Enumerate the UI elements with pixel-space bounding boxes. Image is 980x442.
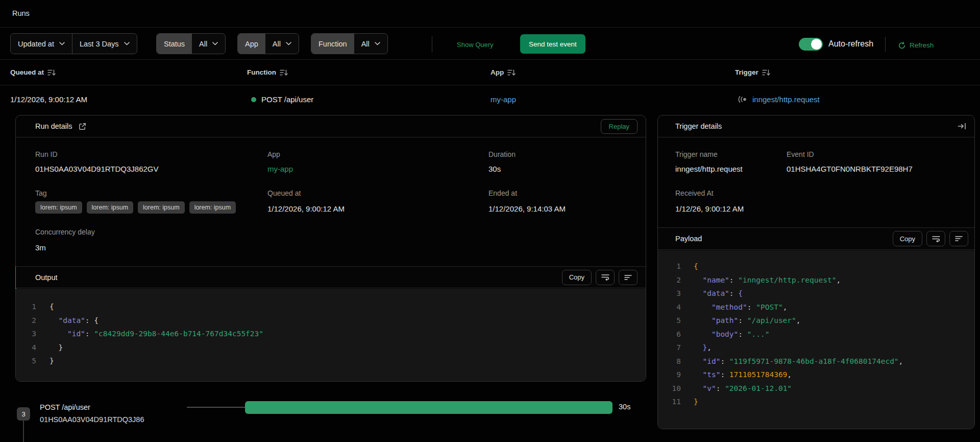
run-id-value: 01HS0AA03V04D91RTDQ3J862GV	[35, 165, 159, 173]
code-text: {	[694, 260, 698, 273]
page-title: Runs	[12, 9, 30, 17]
run-details-title: Run details	[35, 122, 72, 130]
column-header-app[interactable]: App	[491, 68, 516, 76]
payload-copy-button[interactable]: Copy	[893, 231, 922, 246]
word-wrap-icon	[932, 236, 940, 242]
app-link[interactable]: my-app	[491, 95, 516, 104]
app-value-link[interactable]: my-app	[267, 165, 293, 173]
tag-chip: lorem: ipsum	[189, 201, 236, 214]
trigger-details-title: Trigger details	[675, 122, 722, 130]
status-filter-value: All	[199, 40, 207, 48]
code-text: "id": "119f5971-9878-46bd-a18f-4f0680174…	[694, 355, 903, 368]
run-details-panel: Run details Replay Run ID 01HS0AA03V04D9…	[15, 115, 646, 382]
code-line: 4 "method": "POST",	[658, 300, 974, 314]
ended-at-label: Ended at	[488, 189, 517, 197]
trigger-details-header: Trigger details	[658, 115, 974, 137]
time-range-value: Last 3 Days	[80, 40, 119, 48]
line-number: 5	[16, 354, 36, 368]
code-line: 1{	[658, 260, 974, 273]
toggle-knob	[811, 39, 822, 50]
table-row[interactable]: 1/12/2026, 9:00:12 AM POST /api/user my-…	[0, 85, 980, 114]
function-filter-label-text: Function	[318, 40, 347, 48]
timeline-bar-connector	[187, 407, 245, 408]
status-filter-label: Status	[157, 34, 192, 54]
word-wrap-icon	[601, 274, 609, 281]
tag-chip: lorem: ipsum	[87, 201, 134, 214]
timeline: 3 POST /api/user 01HS0AA03V04D91RTDQ3J86…	[0, 393, 980, 442]
word-wrap-button[interactable]	[596, 270, 615, 285]
word-wrap-button[interactable]	[926, 231, 945, 246]
timeline-connector-line	[23, 421, 24, 442]
code-text: "path": "/api/user",	[694, 314, 801, 328]
external-link-icon[interactable]	[79, 123, 86, 130]
divider	[885, 37, 886, 52]
cell-queued-at: 1/12/2026, 9:00:12 AM	[10, 95, 87, 104]
function-filter-dropdown[interactable]: All	[354, 34, 387, 54]
code-line: 2 "name": "inngest/http.request",	[658, 273, 974, 287]
expand-lines-button[interactable]	[949, 231, 968, 246]
align-left-icon	[624, 274, 632, 281]
send-test-event-button[interactable]: Send test event	[520, 34, 585, 54]
sort-icon	[47, 69, 56, 76]
app-filter-value: All	[273, 40, 281, 48]
expand-lines-button[interactable]	[619, 270, 638, 285]
line-number: 2	[658, 273, 681, 287]
run-details-header: Run details Replay	[16, 115, 646, 137]
output-section-header: Output Copy	[16, 266, 646, 288]
timeline-duration-bar[interactable]	[245, 401, 612, 414]
step-count-badge[interactable]: 3	[17, 407, 30, 421]
column-header-function[interactable]: Function	[247, 68, 288, 76]
status-filter-dropdown[interactable]: All	[192, 34, 225, 54]
sort-field-dropdown[interactable]: Updated at	[11, 34, 72, 54]
auto-refresh-toggle[interactable]	[799, 38, 823, 51]
column-label: Trigger	[735, 68, 758, 76]
cell-function: POST /api/user	[251, 95, 313, 104]
line-number: 6	[658, 328, 681, 341]
code-text: "ts": 1711051784369,	[694, 368, 792, 382]
output-code: 1{2 "data": {3 "id": "c8429dd9-29b8-44e6…	[16, 289, 646, 381]
title-bar: Runs	[0, 0, 980, 28]
sort-time-filter-group: Updated at Last 3 Days	[10, 33, 137, 54]
function-filter-label: Function	[311, 34, 354, 54]
sort-icon	[507, 69, 516, 76]
line-number: 1	[16, 300, 36, 314]
ended-at-value: 1/12/2026, 9:14:03 AM	[488, 204, 566, 213]
function-filter-value: All	[361, 40, 370, 48]
tag-chip: lorem: ipsum	[138, 201, 185, 214]
show-query-link[interactable]: Show Query	[457, 41, 494, 49]
output-toolbar: Copy	[562, 270, 638, 285]
code-text: "method": "POST",	[694, 300, 787, 314]
column-label: App	[491, 68, 504, 76]
line-number: 1	[658, 260, 681, 273]
refresh-button[interactable]: Refresh	[898, 41, 934, 49]
app-filter-label-text: App	[245, 40, 258, 48]
code-line: 2 "data": {	[16, 314, 646, 328]
chevron-down-icon	[212, 42, 218, 45]
event-id-value: 01HSHA4GT0FN0NRBKTF92E98H7	[787, 165, 913, 173]
trigger-name-label: Trigger name	[675, 150, 718, 158]
line-number: 3	[16, 327, 36, 341]
app-filter-dropdown[interactable]: All	[265, 34, 299, 54]
queued-at-value: 1/12/2026, 9:00:12 AM	[267, 204, 345, 213]
divider	[432, 36, 432, 52]
trigger-link[interactable]: inngest/http.request	[752, 95, 820, 104]
column-header-trigger[interactable]: Trigger	[735, 68, 770, 76]
tag-chip: lorem: ipsum	[35, 201, 82, 214]
timeline-duration-label: 30s	[619, 403, 630, 411]
dock-right-icon[interactable]	[958, 123, 966, 130]
output-copy-button[interactable]: Copy	[562, 270, 592, 285]
duration-value: 30s	[488, 165, 501, 173]
code-line: 5 "path": "/api/user",	[658, 314, 974, 328]
chevron-down-icon	[286, 42, 291, 45]
function-name: POST /api/user	[261, 95, 313, 104]
time-range-dropdown[interactable]: Last 3 Days	[72, 34, 137, 54]
auto-refresh-label: Auto-refresh	[828, 39, 873, 49]
code-text: },	[694, 341, 712, 355]
code-line: 5}	[16, 354, 646, 368]
chevron-down-icon	[59, 42, 65, 45]
timeline-step-name: POST /api/user	[40, 403, 90, 411]
replay-button[interactable]: Replay	[601, 119, 638, 134]
column-header-queued-at[interactable]: Queued at	[10, 68, 56, 76]
app-label: App	[267, 150, 280, 158]
app-filter-label: App	[238, 34, 265, 54]
